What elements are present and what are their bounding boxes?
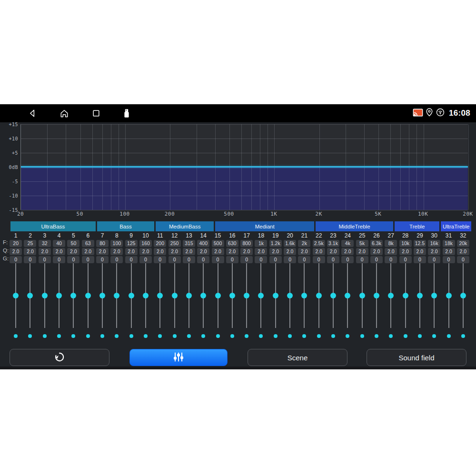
band-frequency-chip[interactable]: 4k [341,240,354,247]
band-q-chip[interactable]: 2.0 [67,248,79,255]
reset-button[interactable] [10,349,109,366]
band-q-chip[interactable]: 2.0 [457,248,469,255]
band-gain-chip[interactable]: 0 [197,256,209,263]
band-frequency-chip[interactable]: 6.3k [370,240,383,247]
band-slider[interactable] [182,263,196,328]
band-q-chip[interactable]: 2.0 [154,248,166,255]
band-gain-chip[interactable]: 0 [82,256,94,263]
band-frequency-chip[interactable]: 3.1k [327,240,339,247]
band-frequency-chip[interactable]: 100 [110,240,123,247]
band-q-chip[interactable]: 2.0 [399,248,412,255]
band-frequency-chip[interactable]: 800 [240,240,253,247]
band-frequency-chip[interactable]: 18k [443,240,455,247]
band-frequency-chip[interactable]: 5k [356,240,368,247]
band-frequency-chip[interactable]: 315 [183,240,195,247]
band-frequency-chip[interactable]: 8k [385,240,397,247]
band-frequency-chip[interactable]: 20k [457,240,469,247]
band-q-chip[interactable]: 2.0 [385,248,397,255]
band-gain-chip[interactable]: 0 [255,256,267,263]
band-gain-chip[interactable]: 0 [269,256,282,263]
band-q-chip[interactable]: 2.0 [96,248,109,255]
band-q-chip[interactable]: 2.0 [370,248,383,255]
slider-thumb[interactable] [143,293,149,298]
slider-thumb[interactable] [316,293,322,298]
slider-thumb[interactable] [374,293,379,298]
sound-field-button[interactable]: Sound field [367,349,466,366]
band-gain-chip[interactable]: 0 [356,256,368,263]
band-q-chip[interactable]: 2.0 [183,248,195,255]
band-gain-chip[interactable]: 0 [327,256,339,263]
band-group-ultratreble[interactable]: UltraTreble [441,221,471,231]
band-gain-chip[interactable]: 0 [313,256,325,263]
band-q-chip[interactable]: 2.0 [313,248,325,255]
band-q-chip[interactable]: 2.0 [39,248,51,255]
slider-thumb[interactable] [56,293,62,298]
slider-thumb[interactable] [301,293,307,298]
band-slider[interactable] [427,263,441,328]
band-frequency-chip[interactable]: 50 [67,240,79,247]
band-frequency-chip[interactable]: 1k [255,240,267,247]
slider-thumb[interactable] [403,293,408,298]
band-slider[interactable] [23,263,37,328]
band-q-chip[interactable]: 2.0 [226,248,238,255]
back-icon[interactable] [28,109,37,118]
slider-thumb[interactable] [273,293,278,298]
band-slider[interactable] [268,263,283,328]
slider-thumb[interactable] [157,293,163,298]
band-frequency-chip[interactable]: 1.2k [269,240,282,247]
band-q-chip[interactable]: 2.0 [169,248,181,255]
band-q-chip[interactable]: 2.0 [428,248,440,255]
band-frequency-chip[interactable]: 32 [39,240,51,247]
home-icon[interactable] [59,109,69,118]
band-gain-chip[interactable]: 0 [240,256,253,263]
band-q-chip[interactable]: 2.0 [255,248,267,255]
band-slider[interactable] [9,263,23,328]
band-gain-chip[interactable]: 0 [212,256,224,263]
band-group-mediumbass[interactable]: MediumBass [156,221,214,231]
band-gain-chip[interactable]: 0 [428,256,440,263]
band-q-chip[interactable]: 2.0 [284,248,296,255]
band-frequency-chip[interactable]: 16k [428,240,440,247]
slider-thumb[interactable] [345,293,350,298]
band-slider[interactable] [167,263,181,328]
slider-thumb[interactable] [359,293,365,298]
band-gain-chip[interactable]: 0 [39,256,51,263]
slider-thumb[interactable] [215,293,221,298]
band-gain-chip[interactable]: 0 [67,256,79,263]
band-slider[interactable] [139,263,153,328]
location-icon[interactable] [426,108,433,119]
recents-icon[interactable] [91,109,101,118]
band-gain-chip[interactable]: 0 [443,256,455,263]
band-frequency-chip[interactable]: 10k [399,240,412,247]
band-frequency-chip[interactable]: 20 [10,240,22,247]
slider-thumb[interactable] [244,293,249,298]
band-gain-chip[interactable]: 0 [341,256,354,263]
band-frequency-chip[interactable]: 63 [82,240,94,247]
usb-icon[interactable] [123,108,130,119]
band-group-bass[interactable]: Bass [97,221,154,231]
band-q-chip[interactable]: 2.0 [82,248,94,255]
slider-thumb[interactable] [388,293,394,298]
band-slider[interactable] [254,263,268,328]
band-q-chip[interactable]: 2.0 [298,248,310,255]
band-frequency-chip[interactable]: 630 [226,240,238,247]
band-gain-chip[interactable]: 0 [24,256,36,263]
band-q-chip[interactable]: 2.0 [53,248,65,255]
band-gain-chip[interactable]: 0 [53,256,65,263]
band-slider[interactable] [66,263,80,328]
band-slider[interactable] [441,263,456,328]
band-slider[interactable] [283,263,297,328]
band-gain-chip[interactable]: 0 [125,256,138,263]
band-slider[interactable] [153,263,167,328]
slider-thumb[interactable] [114,293,119,298]
band-q-chip[interactable]: 2.0 [125,248,138,255]
slider-thumb[interactable] [287,293,293,298]
slider-thumb[interactable] [417,293,423,298]
band-frequency-chip[interactable]: 2.5k [313,240,325,247]
band-q-chip[interactable]: 2.0 [240,248,253,255]
slider-thumb[interactable] [330,293,336,298]
band-q-chip[interactable]: 2.0 [10,248,22,255]
band-frequency-chip[interactable]: 400 [197,240,209,247]
band-gain-chip[interactable]: 0 [154,256,166,263]
band-q-chip[interactable]: 2.0 [197,248,209,255]
